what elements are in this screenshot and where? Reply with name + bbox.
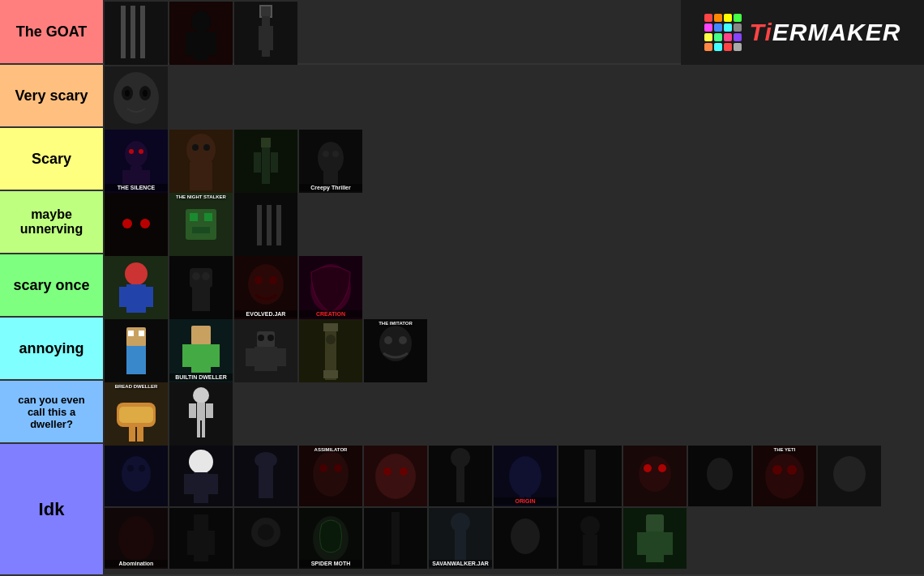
list-item bbox=[234, 508, 297, 569]
tile-label-origin: ORIGIN bbox=[494, 497, 557, 505]
svg-point-56 bbox=[125, 262, 148, 285]
svg-point-96 bbox=[399, 336, 407, 344]
svg-point-68 bbox=[269, 276, 277, 284]
svg-rect-91 bbox=[323, 370, 338, 378]
list-item: THE IMITATOR bbox=[364, 319, 427, 382]
svg-rect-104 bbox=[197, 403, 205, 420]
svg-rect-85 bbox=[277, 348, 286, 366]
svg-rect-78 bbox=[191, 344, 211, 373]
svg-point-45 bbox=[140, 219, 150, 228]
svg-rect-102 bbox=[169, 382, 233, 446]
svg-rect-35 bbox=[262, 147, 270, 184]
svg-rect-108 bbox=[202, 420, 205, 437]
svg-rect-82 bbox=[257, 331, 275, 348]
list-item bbox=[169, 130, 233, 193]
tier-label-maybe-unnerving: maybeunnerving bbox=[0, 191, 103, 253]
svg-rect-11 bbox=[260, 6, 272, 17]
svg-rect-175 bbox=[664, 532, 673, 555]
svg-point-18 bbox=[139, 86, 151, 100]
svg-rect-4 bbox=[169, 2, 233, 65]
svg-rect-129 bbox=[429, 446, 492, 506]
svg-point-19 bbox=[125, 90, 130, 96]
svg-rect-125 bbox=[364, 446, 427, 506]
svg-point-44 bbox=[122, 219, 132, 228]
list-item bbox=[558, 508, 622, 569]
svg-rect-12 bbox=[262, 16, 270, 57]
list-item bbox=[169, 446, 233, 506]
svg-rect-46 bbox=[169, 193, 233, 256]
svg-point-32 bbox=[203, 144, 210, 151]
svg-rect-155 bbox=[208, 531, 215, 555]
svg-point-95 bbox=[384, 336, 392, 344]
svg-rect-81 bbox=[234, 319, 297, 382]
svg-rect-36 bbox=[254, 152, 261, 173]
svg-rect-89 bbox=[325, 323, 336, 380]
svg-point-151 bbox=[118, 516, 154, 561]
tier-content-maybe-unnerving: THE NIGHT STALKER bbox=[103, 191, 924, 254]
svg-point-143 bbox=[707, 458, 733, 490]
list-item bbox=[169, 508, 233, 569]
svg-rect-100 bbox=[129, 427, 135, 442]
tile-label-savanwalker: SAVANWALKER.JAR bbox=[429, 560, 492, 567]
tile-label-builtin-dweller: BUILTIN DWELLER bbox=[169, 373, 233, 381]
svg-rect-116 bbox=[184, 474, 194, 494]
tiermaker-title-rest: ERMAKER bbox=[772, 19, 901, 45]
list-item bbox=[818, 446, 881, 506]
svg-rect-10 bbox=[260, 6, 272, 17]
svg-point-42 bbox=[332, 151, 339, 157]
svg-point-20 bbox=[143, 90, 148, 96]
svg-rect-9 bbox=[234, 2, 297, 65]
tile-label-spider-moth: SPIDER MOTH bbox=[299, 560, 362, 567]
svg-rect-77 bbox=[191, 326, 211, 345]
list-item bbox=[234, 130, 297, 193]
svg-rect-164 bbox=[455, 514, 466, 563]
list-item bbox=[234, 319, 297, 382]
list-item bbox=[105, 66, 168, 130]
list-item bbox=[364, 508, 427, 569]
svg-rect-37 bbox=[271, 152, 278, 173]
tier-table: The GOAT bbox=[0, 0, 924, 576]
svg-point-111 bbox=[127, 465, 134, 471]
svg-rect-117 bbox=[208, 474, 218, 494]
list-item bbox=[105, 2, 168, 65]
tier-row-very-scary: Very scary bbox=[0, 65, 924, 128]
svg-rect-119 bbox=[259, 454, 273, 498]
svg-rect-137 bbox=[584, 450, 596, 502]
svg-point-41 bbox=[323, 151, 329, 157]
list-item bbox=[105, 256, 168, 319]
svg-rect-1 bbox=[121, 6, 126, 58]
svg-point-5 bbox=[191, 11, 211, 33]
list-item bbox=[169, 2, 233, 65]
svg-rect-57 bbox=[126, 284, 146, 313]
list-item bbox=[105, 319, 168, 382]
svg-rect-79 bbox=[182, 344, 191, 367]
tier-row-maybe-unnerving: maybeunnerving bbox=[0, 191, 924, 254]
svg-rect-161 bbox=[364, 508, 427, 569]
svg-rect-97 bbox=[105, 382, 168, 446]
tile-label-yeti: THE YETI bbox=[753, 447, 816, 452]
svg-rect-59 bbox=[146, 287, 153, 307]
list-item bbox=[234, 193, 297, 256]
svg-point-16 bbox=[113, 72, 159, 124]
svg-rect-99 bbox=[119, 407, 153, 423]
svg-rect-48 bbox=[190, 213, 198, 221]
svg-rect-107 bbox=[197, 420, 200, 437]
svg-rect-88 bbox=[299, 319, 362, 382]
tier-content-scary-once: EVOLVED.JAR CREATION bbox=[103, 254, 924, 318]
list-item: CREATION bbox=[299, 256, 362, 319]
svg-point-126 bbox=[375, 454, 416, 499]
list-item bbox=[623, 508, 687, 569]
svg-rect-144 bbox=[753, 446, 816, 506]
svg-point-17 bbox=[122, 86, 133, 100]
svg-rect-55 bbox=[105, 256, 168, 319]
svg-point-141 bbox=[658, 464, 666, 472]
svg-rect-130 bbox=[456, 450, 464, 502]
tier-label-goat: The GOAT bbox=[0, 0, 103, 63]
tile-label-evolved-jar: EVOLVED.JAR bbox=[234, 310, 297, 318]
list-item: BUILTIN DWELLER bbox=[169, 319, 233, 382]
list-item bbox=[169, 382, 233, 446]
list-item bbox=[494, 508, 557, 569]
list-item: THE SILENCE bbox=[105, 130, 168, 193]
svg-point-146 bbox=[772, 465, 782, 475]
tier-label-scary: Scary bbox=[0, 128, 103, 190]
